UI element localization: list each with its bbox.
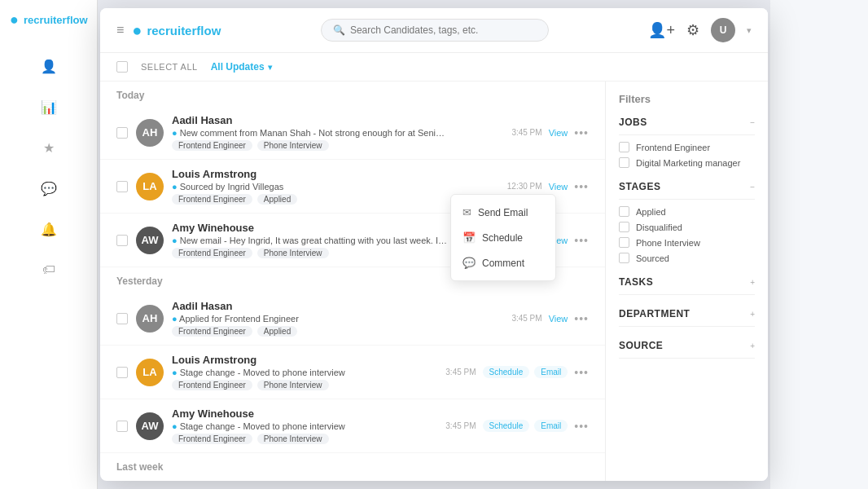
- activity-checkbox[interactable]: [116, 181, 128, 192]
- candidate-name: Amy Winehouse: [172, 408, 437, 420]
- select-all-button[interactable]: SELECT ALL: [141, 62, 198, 72]
- activity-checkbox[interactable]: [116, 421, 128, 432]
- activity-row: AHAadil Hasan● New comment from Manan Sh…: [100, 106, 605, 160]
- more-options-button[interactable]: •••: [574, 366, 589, 379]
- filter-section-jobs: JOBS−Frontend EngineerDigital Marketing …: [619, 117, 755, 168]
- brand: ● recruiterflow: [132, 21, 221, 40]
- email-button[interactable]: Email: [534, 420, 568, 432]
- activity-info: Amy Winehouse● Stage change - Moved to p…: [172, 408, 437, 444]
- more-options-button[interactable]: •••: [574, 234, 589, 247]
- filter-checkbox[interactable]: [619, 237, 629, 248]
- filter-section-header[interactable]: STAGES−: [619, 181, 755, 200]
- context-menu-item-schedule[interactable]: 📅Schedule: [451, 225, 555, 250]
- view-button[interactable]: View: [549, 314, 568, 324]
- nav-bell[interactable]: 🔔: [36, 216, 62, 242]
- more-options-button[interactable]: •••: [574, 420, 589, 433]
- email-button[interactable]: Email: [534, 366, 568, 378]
- filter-option[interactable]: Sourced: [619, 253, 755, 263]
- filter-option[interactable]: Applied: [619, 206, 755, 217]
- nav-star[interactable]: ★: [36, 134, 62, 161]
- tag: Frontend Engineer: [172, 380, 252, 390]
- context-menu-item-send-email[interactable]: ✉Send Email: [451, 200, 555, 225]
- add-candidate-icon[interactable]: 👤+: [648, 21, 675, 39]
- context-menu-label: Send Email: [478, 207, 528, 218]
- tag: Phone Interview: [257, 380, 329, 390]
- filter-section-title: DEPARTMENT: [619, 308, 690, 319]
- activity-info: Aadil Hasan● New comment from Manan Shah…: [172, 114, 503, 151]
- tag: Frontend Engineer: [172, 140, 252, 151]
- schedule-button[interactable]: Schedule: [483, 420, 530, 432]
- filter-section-department: DEPARTMENT+: [619, 308, 755, 327]
- activity-row: LALouis Armstrong● Stage change - Moved …: [100, 346, 605, 399]
- nav-chart[interactable]: 📊: [36, 94, 62, 120]
- header-chevron-icon[interactable]: ▾: [747, 25, 752, 36]
- candidate-name: Louis Armstrong: [172, 168, 499, 180]
- candidate-avatar: AW: [136, 227, 164, 254]
- activity-checkbox[interactable]: [116, 127, 128, 139]
- filter-section-header[interactable]: SOURCE+: [619, 340, 755, 359]
- filter-section-header[interactable]: JOBS−: [619, 117, 755, 135]
- filter-section-title: STAGES: [619, 181, 660, 192]
- nav-chat[interactable]: 💬: [36, 175, 62, 201]
- section-label-2: Last week: [100, 453, 605, 478]
- more-options-button[interactable]: •••: [574, 312, 589, 325]
- context-menu-item-comment[interactable]: 💬Comment: [451, 250, 555, 275]
- activity-row: AWAmy Winehouse● Stage change - Moved to…: [100, 399, 605, 453]
- candidate-name: Louis Armstrong: [172, 354, 437, 366]
- activity-checkbox[interactable]: [116, 367, 128, 378]
- tag: Frontend Engineer: [172, 326, 252, 337]
- filter-option[interactable]: Phone Interview: [619, 237, 755, 248]
- hamburger-icon[interactable]: ≡: [116, 23, 124, 37]
- activity-time: 12:30 PM: [507, 182, 542, 191]
- view-button[interactable]: View: [549, 182, 568, 192]
- filter-option[interactable]: Disqualified: [619, 222, 755, 232]
- tag: Applied: [257, 326, 297, 337]
- activity-checkbox[interactable]: [116, 235, 128, 246]
- filter-option-label: Digital Marketing manager: [636, 158, 740, 168]
- candidate-avatar: AH: [136, 305, 164, 333]
- schedule-icon: 📅: [462, 231, 476, 244]
- activity-checkbox[interactable]: [116, 313, 128, 324]
- settings-icon[interactable]: ⚙: [686, 21, 699, 39]
- all-updates-chevron-icon: ▾: [268, 63, 272, 72]
- filter-checkbox[interactable]: [619, 222, 629, 232]
- tag: Frontend Engineer: [172, 434, 252, 444]
- nav-people[interactable]: 👤: [36, 53, 62, 79]
- filters-title: Filters: [619, 93, 755, 105]
- filter-option-label: Applied: [636, 207, 666, 217]
- activity-right: 12:30 PMView•••: [507, 180, 589, 193]
- brand-icon-bg: ●: [10, 11, 19, 29]
- activity-row: LALouis Armstrong● Sourced by Ingrid Vil…: [100, 160, 605, 214]
- filter-option-label: Frontend Engineer: [636, 143, 710, 152]
- filter-section-chevron-icon: +: [750, 310, 755, 319]
- candidate-avatar: LA: [136, 173, 164, 200]
- filter-section-header[interactable]: TASKS+: [619, 276, 755, 295]
- activity-row: AHAadil Hasan● Applied for Frontend Engi…: [100, 292, 605, 346]
- content-area: TodayAHAadil Hasan● New comment from Man…: [100, 82, 768, 481]
- filter-option[interactable]: Digital Marketing manager: [619, 157, 755, 168]
- filter-checkbox[interactable]: [619, 206, 629, 217]
- filter-checkbox[interactable]: [619, 142, 629, 152]
- filter-section-header[interactable]: DEPARTMENT+: [619, 308, 755, 327]
- candidate-avatar: LA: [136, 359, 164, 386]
- filter-option[interactable]: Frontend Engineer: [619, 142, 755, 152]
- comment-icon: 💬: [462, 257, 476, 269]
- nav-tag[interactable]: 🏷: [36, 257, 62, 283]
- activity-description: ● New email - Hey Ingrid, It was great c…: [172, 236, 449, 245]
- more-options-button[interactable]: •••: [574, 126, 589, 139]
- all-updates-dropdown[interactable]: All Updates ▾: [211, 61, 272, 73]
- more-options-button[interactable]: •••: [574, 180, 589, 193]
- user-avatar[interactable]: U: [711, 18, 735, 42]
- tag: Phone Interview: [257, 434, 329, 444]
- filter-checkbox[interactable]: [619, 253, 629, 263]
- schedule-button[interactable]: Schedule: [483, 366, 530, 378]
- activity-description: ● Sourced by Ingrid Villegas: [172, 182, 449, 192]
- filter-section-tasks: TASKS+: [619, 276, 755, 295]
- candidate-avatar: AH: [136, 119, 164, 147]
- view-button[interactable]: View: [549, 128, 568, 138]
- select-all-checkbox[interactable]: [116, 61, 128, 73]
- filter-checkbox[interactable]: [619, 157, 629, 168]
- filter-section-title: SOURCE: [619, 340, 663, 351]
- search-input[interactable]: [350, 24, 537, 36]
- brand-name: recruiterflow: [147, 24, 221, 37]
